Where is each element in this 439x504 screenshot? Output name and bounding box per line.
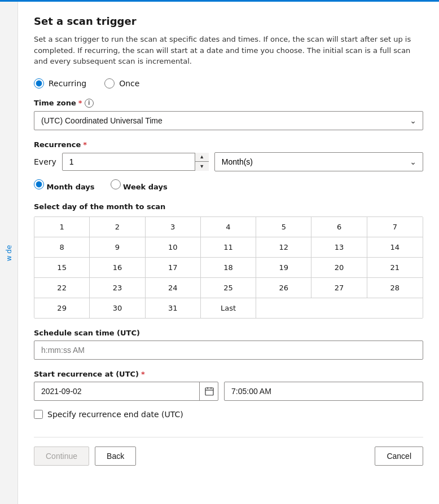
day-16[interactable]: 16 bbox=[90, 258, 145, 277]
end-date-label[interactable]: Specify recurrence end date (UTC) bbox=[47, 410, 183, 419]
calendar-row-2: 8 9 10 11 12 13 14 bbox=[34, 237, 423, 258]
day-24[interactable]: 24 bbox=[146, 278, 201, 298]
day-2[interactable]: 2 bbox=[90, 217, 145, 237]
footer-divider bbox=[34, 437, 423, 437]
scan-type-group: Recurring Once bbox=[34, 78, 423, 89]
day-type-group: Month days Week days bbox=[34, 179, 423, 194]
once-label: Once bbox=[119, 79, 139, 88]
day-empty-1 bbox=[256, 298, 311, 318]
timezone-label: Time zone * i bbox=[34, 99, 423, 108]
select-day-label: Select day of the month to scan bbox=[34, 202, 423, 211]
timezone-select[interactable]: (UTC) Coordinated Universal Time(UTC+01:… bbox=[34, 111, 423, 130]
required-star: * bbox=[78, 99, 82, 107]
period-select-wrapper: Month(s) Day(s) Week(s) Year(s) ⌄ bbox=[214, 152, 423, 171]
day-25[interactable]: 25 bbox=[201, 278, 256, 298]
main-panel: Set a scan trigger Set a scan trigger to… bbox=[18, 2, 439, 504]
schedule-time-wrapper: Schedule scan time (UTC) bbox=[34, 329, 423, 360]
day-22[interactable]: 22 bbox=[34, 278, 90, 298]
spinner-up-button[interactable]: ▲ bbox=[195, 153, 209, 162]
day-27[interactable]: 27 bbox=[311, 278, 367, 298]
start-recurrence-star: * bbox=[141, 370, 145, 378]
svg-rect-0 bbox=[205, 388, 213, 395]
start-time-input[interactable] bbox=[224, 382, 423, 401]
recurring-label: Recurring bbox=[49, 79, 86, 88]
calendar-picker-button[interactable] bbox=[199, 382, 218, 401]
week-days-label: Week days bbox=[123, 183, 168, 191]
timezone-select-wrapper: (UTC) Coordinated Universal Time(UTC+01:… bbox=[34, 111, 423, 130]
once-radio[interactable] bbox=[104, 78, 115, 89]
day-23[interactable]: 23 bbox=[90, 278, 145, 298]
day-31[interactable]: 31 bbox=[146, 298, 201, 318]
calendar-row-5: 29 30 31 Last bbox=[34, 298, 423, 318]
day-8[interactable]: 8 bbox=[34, 237, 90, 257]
sidebar-label: w de bbox=[5, 245, 13, 261]
page-title: Set a scan trigger bbox=[34, 15, 423, 27]
calendar-row-1: 1 2 3 4 5 6 7 bbox=[34, 217, 423, 237]
every-number-input[interactable] bbox=[62, 153, 209, 171]
spinner-buttons: ▲ ▼ bbox=[195, 153, 209, 171]
start-recurrence-section: Start recurrence at (UTC) * bbox=[34, 370, 423, 410]
day-20[interactable]: 20 bbox=[311, 258, 367, 277]
footer-buttons: Continue Back Cancel bbox=[34, 446, 423, 466]
day-10[interactable]: 10 bbox=[146, 237, 201, 257]
day-3[interactable]: 3 bbox=[146, 217, 201, 237]
spinner-down-button[interactable]: ▼ bbox=[195, 162, 209, 171]
end-date-row: Specify recurrence end date (UTC) bbox=[34, 410, 423, 419]
info-icon[interactable]: i bbox=[85, 99, 94, 108]
every-label: Every bbox=[34, 157, 56, 166]
day-11[interactable]: 11 bbox=[201, 237, 256, 257]
day-15[interactable]: 15 bbox=[34, 258, 90, 277]
day-14[interactable]: 14 bbox=[367, 237, 423, 257]
period-select[interactable]: Month(s) Day(s) Week(s) Year(s) bbox=[214, 152, 423, 171]
week-days-option[interactable]: Week days bbox=[111, 179, 168, 191]
day-empty-2 bbox=[311, 298, 367, 318]
calendar-grid: 1 2 3 4 5 6 7 8 9 10 11 12 13 14 bbox=[34, 216, 423, 319]
left-sidebar: w de bbox=[0, 2, 18, 504]
month-days-radio[interactable] bbox=[34, 179, 44, 189]
day-18[interactable]: 18 bbox=[201, 258, 256, 277]
month-days-option[interactable]: Month days bbox=[34, 179, 95, 191]
calendar-row-4: 22 23 24 25 26 27 28 bbox=[34, 278, 423, 298]
week-days-radio[interactable] bbox=[111, 179, 121, 189]
calendar-icon bbox=[205, 387, 214, 396]
every-number-wrapper: ▲ ▼ bbox=[62, 153, 209, 171]
continue-button[interactable]: Continue bbox=[34, 446, 89, 466]
day-21[interactable]: 21 bbox=[367, 258, 423, 277]
start-recurrence-label: Start recurrence at (UTC) * bbox=[34, 370, 423, 378]
day-26[interactable]: 26 bbox=[256, 278, 311, 298]
day-5[interactable]: 5 bbox=[256, 217, 311, 237]
once-option[interactable]: Once bbox=[104, 78, 139, 89]
calendar-row-3: 15 16 17 18 19 20 21 bbox=[34, 258, 423, 278]
day-28[interactable]: 28 bbox=[367, 278, 423, 298]
page-description: Set a scan trigger to run the scan at sp… bbox=[34, 34, 423, 67]
day-13[interactable]: 13 bbox=[311, 237, 367, 257]
end-date-checkbox[interactable] bbox=[34, 410, 43, 419]
recurring-option[interactable]: Recurring bbox=[34, 78, 86, 89]
day-4[interactable]: 4 bbox=[201, 217, 256, 237]
month-days-label: Month days bbox=[47, 183, 95, 191]
day-7[interactable]: 7 bbox=[367, 217, 423, 237]
day-empty-3 bbox=[367, 298, 423, 318]
day-12[interactable]: 12 bbox=[256, 237, 311, 257]
date-input-wrapper bbox=[34, 382, 218, 401]
cancel-button[interactable]: Cancel bbox=[375, 446, 423, 466]
recurrence-row: Every ▲ ▼ Month(s) Day(s) Week(s) Year(s… bbox=[34, 152, 423, 171]
recurrence-required-star: * bbox=[83, 140, 87, 149]
date-input[interactable] bbox=[34, 382, 218, 401]
schedule-time-input[interactable] bbox=[34, 341, 423, 360]
back-button[interactable]: Back bbox=[95, 446, 136, 466]
day-6[interactable]: 6 bbox=[311, 217, 367, 237]
recurrence-label: Recurrence * bbox=[34, 140, 423, 149]
day-1[interactable]: 1 bbox=[34, 217, 90, 237]
day-17[interactable]: 17 bbox=[146, 258, 201, 277]
start-recurrence-row bbox=[34, 382, 423, 401]
day-19[interactable]: 19 bbox=[256, 258, 311, 277]
schedule-time-label: Schedule scan time (UTC) bbox=[34, 329, 423, 337]
recurring-radio[interactable] bbox=[34, 78, 44, 89]
day-9[interactable]: 9 bbox=[90, 237, 145, 257]
day-29[interactable]: 29 bbox=[34, 298, 90, 318]
day-last[interactable]: Last bbox=[201, 298, 256, 318]
day-30[interactable]: 30 bbox=[90, 298, 145, 318]
recurrence-section: Recurrence * Every ▲ ▼ Month(s) Day(s) bbox=[34, 140, 423, 329]
